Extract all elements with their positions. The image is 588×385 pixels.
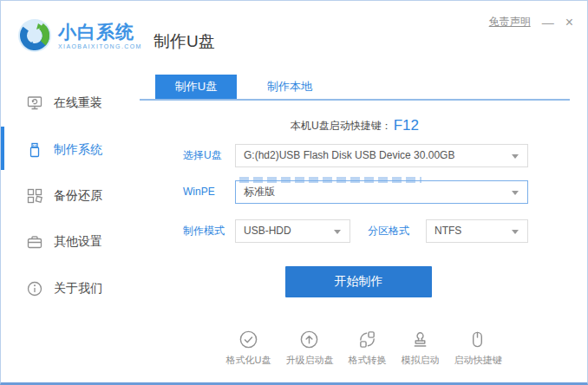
tool-upgrade-boot-disk[interactable]: 升级启动盘 bbox=[285, 330, 333, 367]
chevron-down-icon bbox=[512, 230, 519, 234]
window-controls: 免责声明 — × bbox=[489, 15, 573, 29]
mouse-icon bbox=[467, 330, 487, 349]
tool-label: 启动快捷键 bbox=[454, 354, 501, 367]
tool-label: 格式化U盘 bbox=[226, 354, 271, 367]
boot-hotkey-line: 本机U盘启动快捷键：F12 bbox=[140, 117, 570, 134]
close-button[interactable]: × bbox=[565, 16, 573, 29]
tool-label: 模拟启动 bbox=[401, 354, 439, 367]
tool-simulate-boot[interactable]: 模拟启动 bbox=[401, 330, 439, 367]
tool-label: 升级启动盘 bbox=[285, 354, 333, 367]
sidebar-item-label: 备份还原 bbox=[54, 188, 102, 204]
sidebar-item-about-us[interactable]: 关于我们 bbox=[27, 278, 102, 299]
logo-swirl-icon bbox=[17, 18, 52, 53]
tool-format-usb[interactable]: 格式化U盘 bbox=[226, 330, 271, 367]
check-circle-icon bbox=[238, 330, 258, 349]
partition-select-label: 分区格式 bbox=[368, 219, 409, 243]
monitor-reinstall-icon bbox=[27, 95, 42, 111]
arrow-up-circle-icon bbox=[299, 330, 319, 349]
sidebar-item-make-system[interactable]: 制作系统 bbox=[27, 140, 102, 160]
active-item-accent-bar bbox=[1, 127, 4, 170]
partition-select-value: NTFS bbox=[434, 220, 461, 242]
main-content: 制作U盘 制作本地 本机U盘启动快捷键：F12 选择U盘 G:(hd2)USB … bbox=[140, 75, 588, 385]
backup-grid-icon bbox=[27, 188, 42, 204]
mode-select-value: USB-HDD bbox=[244, 220, 291, 242]
tab-bar: 制作U盘 制作本地 bbox=[140, 75, 570, 99]
tab-underline bbox=[140, 99, 570, 101]
tool-label: 格式转换 bbox=[348, 354, 386, 367]
sidebar-item-other-settings[interactable]: 其他设置 bbox=[27, 232, 102, 252]
app-window: 小白系统 XIAOBAIXITONG.COM 制作U盘 免责声明 — × 在线重… bbox=[0, 0, 588, 385]
minimize-button[interactable]: — bbox=[542, 16, 554, 29]
sidebar-item-online-reinstall[interactable]: 在线重装 bbox=[27, 93, 102, 114]
logo-title: 小白系统 bbox=[58, 23, 142, 42]
chevron-down-icon bbox=[512, 191, 519, 195]
sidebar-item-label: 关于我们 bbox=[54, 281, 102, 297]
sidebar-item-label: 其他设置 bbox=[54, 234, 102, 250]
header: 小白系统 XIAOBAIXITONG.COM 制作U盘 免责声明 — × bbox=[1, 1, 587, 75]
disclaimer-link[interactable]: 免责声明 bbox=[489, 15, 531, 29]
boot-hotkey-value: F12 bbox=[394, 117, 419, 134]
info-circle-icon bbox=[27, 281, 42, 297]
tab-make-local[interactable]: 制作本地 bbox=[252, 75, 327, 99]
sidebar-item-label: 在线重装 bbox=[54, 95, 102, 111]
tab-make-usb[interactable]: 制作U盘 bbox=[155, 75, 237, 99]
winpe-select[interactable]: 标准版 bbox=[235, 180, 528, 204]
sidebar-item-label: 制作系统 bbox=[54, 142, 102, 158]
chevron-down-icon bbox=[334, 230, 341, 234]
sidebar-item-backup-restore[interactable]: 备份还原 bbox=[27, 186, 102, 206]
sidebar: 在线重装 制作系统 备份还原 bbox=[1, 75, 140, 385]
start-make-button[interactable]: 开始制作 bbox=[285, 266, 432, 297]
stamp-icon bbox=[410, 330, 430, 349]
tool-boot-hotkey[interactable]: 启动快捷键 bbox=[454, 330, 501, 367]
logo-subtitle: XIAOBAIXITONG.COM bbox=[58, 43, 142, 49]
usb-drive-icon bbox=[27, 142, 42, 158]
partition-select[interactable]: NTFS bbox=[426, 219, 528, 243]
bottom-toolbar: 格式化U盘 升级启动盘 格式转换 模拟启动 bbox=[140, 330, 588, 367]
tool-format-convert[interactable]: 格式转换 bbox=[348, 330, 386, 367]
mode-select[interactable]: USB-HDD bbox=[235, 219, 350, 243]
usb-select[interactable]: G:(hd2)USB Flash Disk USB Device 30.00GB bbox=[235, 144, 528, 167]
winpe-select-label: WinPE bbox=[183, 180, 215, 204]
usb-select-value: G:(hd2)USB Flash Disk USB Device 30.00GB bbox=[244, 145, 454, 166]
usb-select-label: 选择U盘 bbox=[183, 144, 222, 167]
winpe-select-value: 标准版 bbox=[244, 181, 275, 203]
mode-select-label: 制作模式 bbox=[183, 219, 225, 243]
briefcase-icon bbox=[27, 234, 42, 250]
page-title: 制作U盘 bbox=[154, 30, 215, 53]
app-logo: 小白系统 XIAOBAIXITONG.COM bbox=[17, 18, 142, 53]
chevron-down-icon bbox=[512, 154, 519, 159]
boot-hotkey-label: 本机U盘启动快捷键： bbox=[291, 120, 392, 132]
convert-icon bbox=[357, 330, 377, 349]
logo-text: 小白系统 XIAOBAIXITONG.COM bbox=[58, 23, 142, 49]
